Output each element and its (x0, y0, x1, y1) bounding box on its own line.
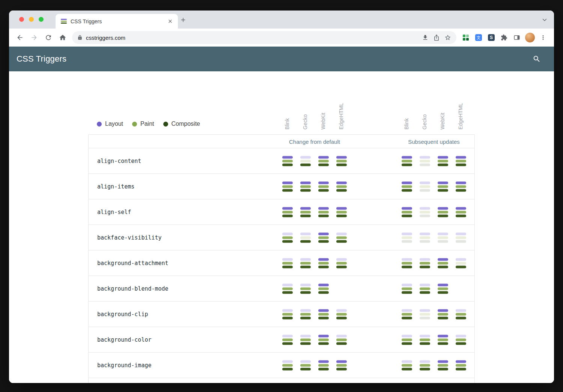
layout-bar (300, 258, 311, 261)
table-row[interactable]: align-items (89, 174, 474, 199)
browser-column-label: Blink (403, 118, 410, 130)
search-icon[interactable] (529, 51, 544, 66)
trigger-cell (300, 207, 311, 217)
trigger-cell (420, 360, 430, 370)
paint-bar (300, 287, 311, 290)
traffic-light-close[interactable] (19, 17, 24, 22)
table-row[interactable]: background-clip (89, 302, 474, 327)
profile-avatar[interactable] (525, 33, 535, 42)
layout-bar (456, 258, 466, 261)
tab-search-chevron-icon[interactable] (541, 17, 548, 23)
reload-button[interactable] (41, 30, 56, 45)
legend-item: Layout (97, 121, 123, 127)
composite-bar (438, 368, 448, 370)
composite-bar (438, 214, 448, 217)
composite-bar (336, 342, 347, 345)
trigger-cell (336, 309, 347, 319)
table-row[interactable]: backface-visibility (89, 225, 474, 250)
traffic-light-zoom[interactable] (39, 17, 44, 22)
layout-bar (402, 232, 412, 235)
trigger-cell (438, 258, 448, 268)
traffic-light-minimize[interactable] (29, 17, 34, 22)
composite-bar (456, 163, 466, 166)
extension-translate-icon[interactable]: 文 (472, 31, 485, 44)
trigger-cell (402, 283, 412, 294)
share-icon[interactable] (431, 32, 442, 43)
trigger-cell (438, 232, 448, 243)
tab-close-icon[interactable] (166, 17, 174, 26)
composite-bar (300, 265, 311, 268)
layout-bar (336, 258, 347, 261)
css-property-name: background-blend-mode (97, 285, 169, 292)
bookmark-star-icon[interactable] (442, 32, 453, 43)
composite-bar (318, 265, 329, 268)
forward-button[interactable] (27, 30, 41, 45)
extension-grid-icon[interactable] (459, 31, 472, 44)
paint-bar (402, 236, 412, 239)
trigger-cell (300, 283, 311, 294)
triggers-table: Change from default Subsequent updates a… (88, 134, 475, 383)
layout-bar (420, 309, 430, 312)
paint-bar (300, 211, 311, 213)
paint-bar (438, 211, 448, 213)
table-row[interactable]: background-attachment (89, 250, 474, 276)
table-row[interactable]: align-self (89, 199, 474, 225)
side-panel-icon[interactable] (510, 31, 523, 44)
trigger-cell (456, 181, 466, 191)
trigger-cell (420, 309, 430, 319)
trigger-cell (336, 181, 347, 191)
address-bar[interactable]: csstriggers.com (72, 31, 456, 44)
new-tab-button[interactable] (179, 15, 188, 24)
table-row[interactable]: background-image (89, 353, 474, 378)
layout-bar (402, 156, 412, 158)
install-icon[interactable] (420, 32, 431, 43)
trigger-cell (318, 156, 329, 166)
layout-bar (336, 207, 347, 210)
paint-bar (456, 160, 466, 162)
legend-label: Paint (140, 121, 154, 127)
composite-bar (402, 342, 412, 345)
trigger-cell (318, 283, 329, 294)
paint-bar (402, 287, 412, 290)
paint-bar (318, 313, 329, 315)
composite-bar (438, 240, 448, 243)
home-button[interactable] (56, 30, 70, 45)
browser-tab[interactable]: CSS Triggers (56, 14, 178, 29)
back-button[interactable] (13, 30, 27, 45)
paint-bar (300, 160, 311, 162)
table-row[interactable]: background-blend-mode (89, 276, 474, 302)
paint-bar (318, 236, 329, 239)
css-property-name: backface-visibility (97, 234, 162, 241)
layout-bar (300, 156, 311, 158)
paint-bar (336, 211, 347, 213)
paint-bar (300, 364, 311, 366)
menu-kebab-icon[interactable] (537, 31, 549, 44)
layout-bar (282, 258, 293, 261)
trigger-cell (438, 207, 448, 217)
site-favicon-icon (61, 18, 67, 24)
extensions-puzzle-icon[interactable] (498, 31, 510, 44)
table-row[interactable]: align-content (89, 148, 474, 174)
composite-bar (318, 189, 329, 191)
trigger-cell (282, 207, 293, 217)
extension-s-icon[interactable]: S (485, 31, 498, 44)
css-property-name: align-items (97, 183, 134, 190)
paint-bar (420, 160, 430, 162)
composite-bar (420, 214, 430, 217)
trigger-cell (456, 360, 466, 370)
paint-bar (456, 313, 466, 315)
paint-bar (402, 160, 412, 162)
composite-bar (318, 291, 329, 294)
trigger-cell (336, 360, 347, 370)
paint-bar (300, 236, 311, 239)
composite-bar (300, 189, 311, 191)
layout-bar (438, 335, 448, 337)
layout-bar (438, 258, 448, 261)
paint-bar (282, 287, 293, 290)
browser-column-label: WebKit (440, 113, 446, 130)
composite-bar (456, 240, 466, 243)
composite-bar (282, 342, 293, 345)
table-row[interactable]: background-color (89, 327, 474, 353)
trigger-cell (318, 232, 329, 243)
trigger-cell (420, 258, 430, 268)
